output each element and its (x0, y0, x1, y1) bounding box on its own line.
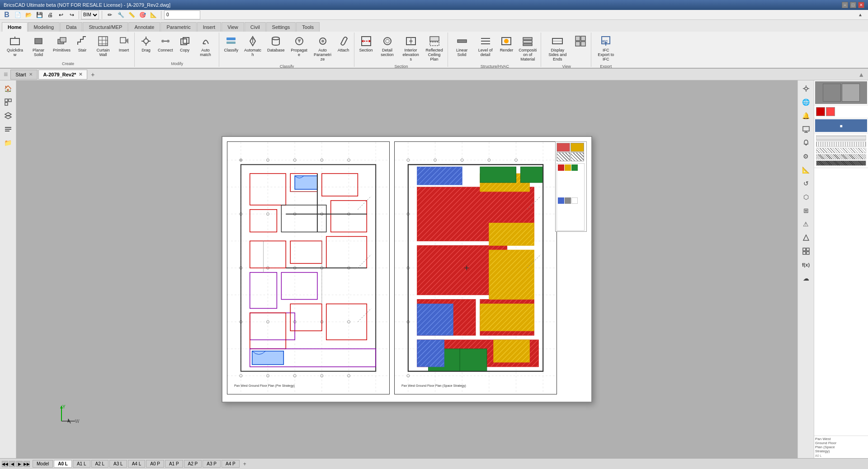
rp-rotate[interactable]: ↺ (800, 177, 812, 190)
btn-classify[interactable]: Classify (222, 33, 241, 54)
pattern-1[interactable] (816, 135, 866, 141)
maximize-button[interactable]: □ (850, 2, 856, 8)
tab-drawing[interactable]: A-2079_Rev2* ✕ (38, 70, 88, 80)
layout-tab-a2l[interactable]: A2 L (91, 460, 109, 468)
rp-globe[interactable]: 🌐 (800, 96, 812, 108)
btn-connect[interactable]: Connect (156, 33, 175, 54)
tab-settings[interactable]: Settings (266, 22, 296, 32)
tab-home[interactable]: Home (2, 22, 28, 32)
qa-new[interactable]: 📄 (13, 10, 23, 20)
btn-automatch2[interactable]: Automatch (241, 33, 264, 59)
btn-automatch[interactable]: Auto match (194, 33, 217, 59)
layout-tab-a3p[interactable]: A3 P (203, 460, 221, 468)
rp-grid3[interactable] (800, 245, 812, 258)
qa-print[interactable]: 🖨 (45, 10, 55, 20)
rp-notify[interactable]: 🔔 (800, 109, 812, 122)
btn-copy[interactable]: Copy (176, 33, 193, 54)
btn-display-sides[interactable]: Display Sides and Ends (544, 33, 571, 63)
nav-next[interactable]: ▶ (16, 461, 23, 467)
qa-save[interactable]: 💾 (34, 10, 44, 20)
tab-start[interactable]: Start ✕ (10, 70, 37, 80)
rp-settings[interactable] (800, 82, 812, 95)
btn-render[interactable]: Render (498, 33, 516, 54)
rp-fx[interactable]: f(x) (800, 258, 812, 271)
qa-btn-extra3[interactable]: 📏 (127, 10, 137, 20)
btn-planar[interactable]: Planar Solid (27, 33, 50, 59)
pattern-3[interactable] (816, 148, 866, 153)
tab-view[interactable]: View (222, 22, 244, 32)
rp-bell2[interactable] (800, 136, 812, 149)
minimize-button[interactable]: − (842, 2, 848, 8)
btn-composition[interactable]: Composition of Material (516, 33, 539, 63)
nav-properties[interactable] (2, 123, 14, 136)
btn-detail[interactable]: Detail section (376, 33, 399, 59)
rp-triangle[interactable] (800, 231, 812, 244)
tab-new-button[interactable]: + (88, 70, 97, 79)
tab-data[interactable]: Data (60, 22, 82, 32)
qa-btn-extra5[interactable]: 📐 (148, 10, 158, 20)
canvas-area[interactable]: Pan West Ground Floor Plan (Pre Strategy… (16, 80, 797, 458)
btn-autoparametrize[interactable]: Auto Parametrize (311, 33, 334, 63)
pattern-4[interactable] (816, 154, 866, 159)
toolbar-expand[interactable]: ▲ (854, 12, 866, 17)
btn-quickdraw[interactable]: Quickdraw (4, 33, 26, 59)
tab-modeling[interactable]: Modeling (28, 22, 60, 32)
layout-tab-a1p[interactable]: A1 P (165, 460, 183, 468)
btn-linear[interactable]: Linear Solid (451, 33, 473, 59)
pattern-2[interactable] (816, 141, 866, 147)
qa-undo[interactable]: ↩ (56, 10, 66, 20)
qa-btn-extra4[interactable]: 🎯 (137, 10, 147, 20)
tab-annotate[interactable]: Annotate (128, 22, 160, 32)
tab-drawing-close[interactable]: ✕ (79, 72, 82, 77)
tab-parametric[interactable]: Parametric (160, 22, 196, 32)
rp-grid2[interactable]: ⊞ (800, 204, 812, 217)
nav-last[interactable]: ▶▶ (24, 461, 30, 467)
btn-level[interactable]: Level of detail (474, 33, 497, 59)
nav-blocks[interactable] (2, 96, 14, 108)
qa-redo[interactable]: ↪ (67, 10, 77, 20)
qa-btn-extra1[interactable]: ✏ (105, 10, 115, 20)
layout-tab-a0l[interactable]: A0 L (54, 460, 72, 468)
btn-reflected[interactable]: Reflected Ceiling Plan (423, 33, 446, 63)
qa-open[interactable]: 📂 (24, 10, 33, 20)
rp-hex[interactable]: ⬡ (800, 191, 812, 203)
nav-explorer[interactable]: 📁 (2, 136, 14, 149)
layout-tab-a3l[interactable]: A3 L (109, 460, 127, 468)
workspace-select[interactable]: BIM (81, 10, 99, 19)
btn-view2[interactable] (572, 33, 589, 50)
btn-database[interactable]: Database (265, 33, 287, 54)
qa-btn-extra2[interactable]: 🔧 (116, 10, 126, 20)
rp-warning[interactable]: ⚠ (800, 218, 812, 230)
layout-tab-model[interactable]: Model (33, 460, 53, 468)
tab-start-close[interactable]: ✕ (29, 72, 33, 77)
layout-tab-a1l[interactable]: A1 L (73, 460, 90, 468)
btn-drag[interactable]: Drag (137, 33, 155, 54)
rp-ruler[interactable]: 📐 (800, 164, 812, 176)
btn-primitives[interactable]: Primitives (51, 33, 73, 54)
tab-bar-menu[interactable]: ≡ (2, 70, 9, 79)
tab-bar-expand[interactable]: ▲ (856, 71, 866, 78)
layout-tab-a4p[interactable]: A4 P (222, 460, 240, 468)
layout-tab-a4l[interactable]: A4 L (128, 460, 146, 468)
layout-tab-a0p[interactable]: A0 P (146, 460, 164, 468)
swatch-red2[interactable] (826, 107, 835, 116)
nav-layers[interactable] (2, 109, 14, 122)
tab-insert[interactable]: Insert (197, 22, 222, 32)
layout-tab-a2p[interactable]: A2 P (184, 460, 202, 468)
tab-structural[interactable]: Structural/MEP (83, 22, 128, 32)
layout-tab-add[interactable]: + (241, 460, 249, 468)
nav-prev[interactable]: ◀ (9, 461, 15, 467)
prop-blue-btn[interactable]: ■ (815, 119, 867, 132)
close-button[interactable]: ✕ (858, 2, 864, 8)
btn-ifc-export[interactable]: IFC IFC Export to IFC (594, 33, 617, 63)
tab-civil[interactable]: Civil (245, 22, 266, 32)
btn-section[interactable]: Section (357, 33, 375, 54)
btn-stair[interactable]: Stair (74, 33, 91, 54)
btn-propagate[interactable]: Propagate (288, 33, 311, 59)
rp-cloud[interactable]: ☁ (800, 272, 812, 285)
command-input[interactable] (164, 10, 200, 19)
app-logo[interactable]: B (2, 10, 12, 20)
rp-display[interactable] (800, 123, 812, 136)
nav-first[interactable]: ◀◀ (2, 461, 8, 467)
rp-tool[interactable]: ⚙ (800, 150, 812, 163)
